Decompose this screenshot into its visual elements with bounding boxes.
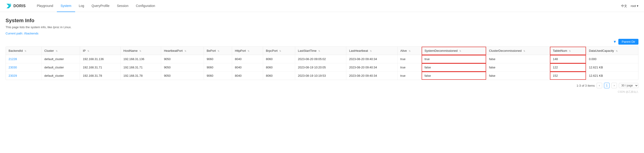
toolbar: ▼ Parent Dir (6, 39, 638, 44)
col-header-hostname[interactable]: HostName ⇅ (120, 47, 161, 55)
cell-clusterdecommissioned: false (486, 55, 550, 63)
cell-systemdecommissioned: false (422, 63, 486, 72)
pagination-prev[interactable]: ‹ (596, 83, 602, 88)
cell-cluster: default_cluster (42, 55, 80, 63)
table-row: 21228default_cluster192.168.31.136192.16… (6, 55, 638, 63)
nav-system[interactable]: System (57, 0, 75, 12)
cell-httpport: 8040 (232, 55, 263, 63)
col-header-systemdecommissioned[interactable]: SystemDecommissioned ⇅ (422, 47, 486, 55)
cell-httpport: 8040 (232, 63, 263, 72)
current-path-link[interactable]: Current path: //backends (6, 32, 38, 35)
cell-ip: 192.168.31.71 (80, 63, 120, 72)
cell-backendid[interactable]: 23029 (6, 72, 42, 80)
page-description: This page lists the system info, like /p… (6, 26, 638, 29)
col-header-clusterdecommissioned[interactable]: ClusterDecommissioned ⇅ (486, 47, 550, 55)
sort-icon-tabletnum: ⇅ (569, 50, 571, 52)
header: DORIS Playground System Log QueryProfile… (0, 0, 644, 12)
cell-heartbeatport: 9050 (161, 63, 204, 72)
nav-queryprofile[interactable]: QueryProfile (88, 0, 113, 12)
logo-text: DORIS (14, 4, 26, 8)
sort-icon-datausedcapacity: ⇅ (616, 50, 618, 52)
cell-cluster: default_cluster (42, 63, 80, 72)
cell-hostname: 192.168.31.136 (120, 55, 161, 63)
nav-playground[interactable]: Playground (33, 0, 57, 12)
system-info-table: BackendId ⇅Cluster ⇅IP ⇅HostName ⇅Heartb… (6, 47, 638, 80)
cell-clusterdecommissioned: false (486, 63, 550, 72)
cell-datausedcapacity: 0.000 (586, 55, 638, 63)
cell-beport: 9060 (204, 72, 232, 80)
nav: Playground System Log QueryProfile Sessi… (33, 0, 159, 12)
cell-heartbeatport: 9050 (161, 55, 204, 63)
cell-tabletnum: 152 (550, 72, 586, 80)
filter-icon[interactable]: ▼ (613, 40, 617, 44)
pagination-current: 1 (604, 83, 610, 88)
nav-configuration[interactable]: Configuration (132, 0, 159, 12)
sort-icon-alive: ⇅ (409, 50, 410, 52)
col-header-datausedcapacity[interactable]: DataUsedCapacity ⇅ (586, 47, 638, 55)
cell-backendid[interactable]: 21228 (6, 55, 42, 63)
table-header: BackendId ⇅Cluster ⇅IP ⇅HostName ⇅Heartb… (6, 47, 638, 55)
sort-icon-lastheartbeat: ⇅ (370, 50, 372, 52)
watermark: CSDN @乙真仙人 (6, 89, 638, 94)
cell-alive: true (397, 63, 422, 72)
pagination-summary: 1-3 of 3 items (576, 84, 595, 87)
language-switcher[interactable]: 中文 (621, 4, 627, 8)
col-header-tabletnum[interactable]: TabletNum ⇅ (550, 47, 586, 55)
col-header-heartbeatport[interactable]: HeartbeatPort ⇅ (161, 47, 204, 55)
cell-laststarttime: 2023-08-20 09:05:02 (295, 55, 346, 63)
sort-icon-backendid: ⇅ (24, 50, 26, 52)
col-header-cluster[interactable]: Cluster ⇅ (42, 47, 80, 55)
col-header-ip[interactable]: IP ⇅ (80, 47, 120, 55)
cell-brpcport: 8060 (263, 63, 295, 72)
cell-backendid[interactable]: 23030 (6, 63, 42, 72)
cell-systemdecommissioned: false (422, 72, 486, 80)
sort-icon-hostname: ⇅ (140, 50, 141, 52)
nav-log[interactable]: Log (75, 0, 88, 12)
col-header-httpport[interactable]: HttpPort ⇅ (232, 47, 263, 55)
table-row: 23029default_cluster192.168.31.78192.168… (6, 72, 638, 80)
cell-ip: 192.168.31.78 (80, 72, 120, 80)
cell-lastheartbeat: 2023-08-20 09:40:34 (346, 63, 398, 72)
cell-hostname: 192.168.31.78 (120, 72, 161, 80)
user-menu[interactable]: root ▾ (631, 4, 638, 8)
pagination: 1-3 of 3 items ‹ 1 › 30 / page (6, 80, 638, 89)
sort-icon-laststarttime: ⇅ (318, 50, 320, 52)
pagination-next[interactable]: › (612, 83, 617, 88)
col-header-brpcport[interactable]: BrpcPort ⇅ (263, 47, 295, 55)
data-table-container: BackendId ⇅Cluster ⇅IP ⇅HostName ⇅Heartb… (6, 46, 638, 80)
sort-icon-systemdecommissioned: ⇅ (459, 50, 461, 52)
sort-icon-cluster: ⇅ (56, 50, 58, 52)
cell-brpcport: 8060 (263, 72, 295, 80)
cell-datausedcapacity: 12.621 KB (586, 63, 638, 72)
col-header-beport[interactable]: BePort ⇅ (204, 47, 232, 55)
sort-icon-clusterdecommissioned: ⇅ (523, 50, 525, 52)
cell-beport: 9060 (204, 55, 232, 63)
sort-icon-beport: ⇅ (218, 50, 219, 52)
page-size-select[interactable]: 30 / page (619, 83, 638, 88)
sort-icon-brpcport: ⇅ (279, 50, 281, 52)
parent-dir-button[interactable]: Parent Dir (618, 39, 638, 44)
cell-lastheartbeat: 2023-08-20 09:40:34 (346, 72, 398, 80)
sort-icon-heartbeatport: ⇅ (184, 50, 186, 52)
col-header-laststarttime[interactable]: LastStartTime ⇅ (295, 47, 346, 55)
col-header-lastheartbeat[interactable]: LastHeartbeat ⇅ (346, 47, 398, 55)
main-content: System Info This page lists the system i… (0, 12, 644, 100)
cell-tabletnum: 148 (550, 55, 586, 63)
cell-ip: 192.168.31.136 (80, 55, 120, 63)
cell-systemdecommissioned: true (422, 55, 486, 63)
nav-session[interactable]: Session (113, 0, 132, 12)
cell-tabletnum: 122 (550, 63, 586, 72)
cell-laststarttime: 2023-08-19 10:20:05 (295, 63, 346, 72)
cell-alive: true (397, 55, 422, 63)
sort-icon-ip: ⇅ (88, 50, 89, 52)
cell-alive: true (397, 72, 422, 80)
col-header-alive[interactable]: Alive ⇅ (397, 47, 422, 55)
col-header-backendid[interactable]: BackendId ⇅ (6, 47, 42, 55)
cell-clusterdecommissioned: false (486, 72, 550, 80)
cell-datausedcapacity: 12.621 KB (586, 72, 638, 80)
cell-cluster: default_cluster (42, 72, 80, 80)
cell-httpport: 8040 (232, 72, 263, 80)
table-body: 21228default_cluster192.168.31.136192.16… (6, 55, 638, 80)
logo: DORIS (6, 3, 26, 9)
cell-lastheartbeat: 2023-08-20 09:40:34 (346, 55, 398, 63)
